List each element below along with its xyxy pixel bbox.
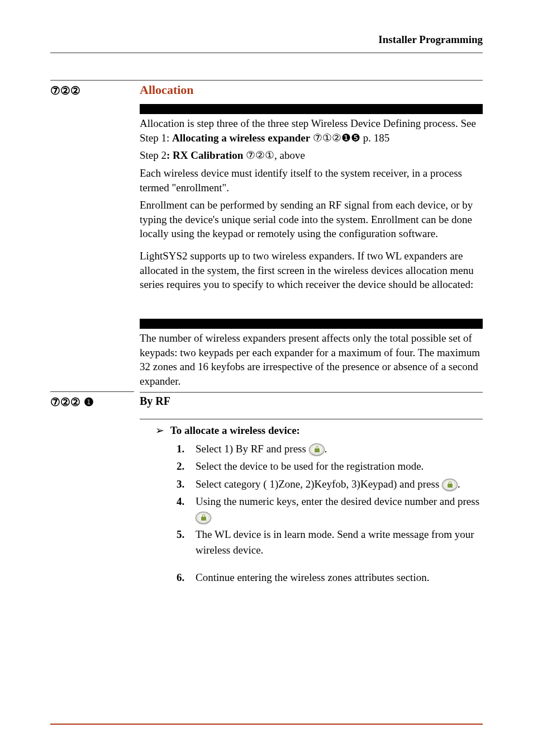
heading-byrf: By RF (140, 392, 483, 412)
list-item: 1. Select 1) By RF and press . (177, 441, 483, 457)
step-number: 4. (177, 494, 184, 509)
step-text: Continue entering the wireless zones att… (196, 571, 429, 583)
allocation-para-2: Step 2: RX Calibration ⑦②①, above (140, 148, 483, 163)
step-number: 1. (177, 441, 184, 457)
allocation-para-4: Enrollment can be performed by sending a… (140, 198, 483, 241)
para2-text-c: ⑦②①, above (243, 149, 305, 161)
list-item: 4. Using the numeric keys, enter the des… (177, 494, 483, 525)
triangle-arrow-icon: ➢ (155, 424, 168, 437)
section-marker-allocation: ⑦②② (50, 84, 80, 97)
step-number: 2. (177, 459, 184, 474)
footer-divider (50, 724, 483, 725)
step-text: Select category ( 1)Zone, 2)Keyfob, 3)Ke… (196, 478, 442, 490)
heading-allocation: Allocation (140, 81, 483, 104)
lock-button-icon (442, 479, 458, 491)
step-number: 3. (177, 476, 184, 492)
para1-text-b: Allocating a wireless expander (172, 132, 310, 144)
para2-text-b: : RX Calibration (166, 149, 243, 161)
intro-text: To allocate a wireless device: (170, 424, 300, 436)
list-item: 5. The WL device is in learn mode. Send … (177, 527, 483, 557)
subsection-divider (140, 419, 483, 419)
list-item: 3. Select category ( 1)Zone, 2)Keyfob, 3… (177, 476, 483, 492)
lock-button-icon (309, 443, 325, 456)
allocation-note: The number of wireless expanders present… (140, 331, 483, 389)
black-bar-divider-2 (140, 319, 483, 329)
step-number: 5. (177, 527, 184, 542)
allocation-para-1: Allocation is step three of the three st… (140, 116, 483, 145)
step-text: Select the device to be used for the reg… (196, 460, 423, 472)
instruction-block: ➢ To allocate a wireless device: 1. Sele… (155, 424, 483, 585)
section-marker-byrf: ⑦②② ❶ (50, 396, 94, 408)
list-item: 6. Continue entering the wireless zones … (177, 570, 483, 585)
step-number: 6. (177, 570, 184, 585)
allocation-para-3: Each wireless device must identify itsel… (140, 166, 483, 195)
para2-text-a: Step 2 (140, 149, 166, 161)
instruction-list: 1. Select 1) By RF and press . 2. Select… (177, 441, 483, 585)
para1-text-c: ⑦①②❶❺ p. 185 (310, 132, 389, 144)
step-text: The WL device is in learn mode. Send a w… (196, 528, 474, 556)
black-bar-divider (140, 104, 483, 114)
page-header: Installer Programming (50, 34, 483, 53)
instruction-intro: ➢ To allocate a wireless device: (155, 424, 483, 437)
allocation-para-5: LightSYS2 supports up to two wireless ex… (140, 249, 483, 292)
step-text: Select 1) By RF and press (196, 443, 309, 455)
header-title: Installer Programming (378, 34, 483, 45)
step-text: Using the numeric keys, enter the desire… (196, 495, 479, 507)
lock-button-icon (196, 512, 211, 524)
content-layout: ⑦②② Allocation Allocation is step three … (50, 80, 483, 588)
list-item: 2. Select the device to be used for the … (177, 459, 483, 474)
